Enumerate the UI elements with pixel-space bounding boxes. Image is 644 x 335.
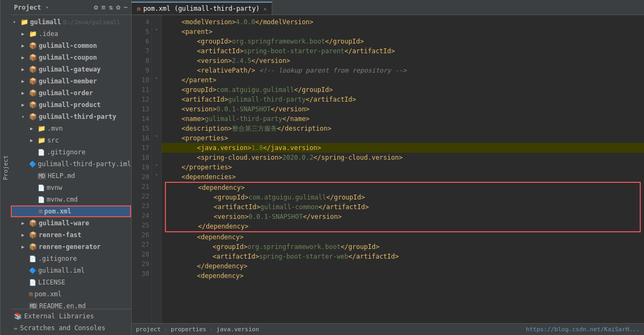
- tree-item-pom-root[interactable]: m pom.xml: [11, 288, 131, 300]
- code-line-9: <relativePath/> <!-- lookup parent from …: [166, 66, 640, 75]
- tree-label-mvnw-cmd: mvnw.cmd: [47, 196, 78, 203]
- code-line-28: <artifactId>spring-boot-starter-web</art…: [166, 252, 640, 261]
- sidebar: Project ▾ ⚙ ≡ ⇅ ⚙ − ▾ 📁 gulimall D:/Java…: [11, 0, 132, 335]
- tree-item-readme-en[interactable]: MD README.en.md: [11, 300, 131, 309]
- code-line-27: <groupId>org.springframework.boot</group…: [166, 242, 640, 252]
- sidebar-header-icons: ⚙ ≡ ⇅ ⚙ −: [94, 3, 128, 11]
- tree-item-renren-generator[interactable]: ▶ 📦 renren-generator: [11, 241, 131, 253]
- tree-label-common: gulimall-common: [39, 42, 97, 49]
- status-bar: project › properties › java.version http…: [132, 323, 644, 335]
- sidebar-icon-expand[interactable]: ⇅: [109, 3, 113, 11]
- tree-item-gulimall-iml[interactable]: 🔷 gulimall.iml: [11, 265, 131, 276]
- tree-item-order[interactable]: ▶ 📦 gulimall-order: [11, 87, 131, 99]
- code-line-30: <dependency>: [166, 271, 640, 281]
- fold-gutter: ▾ ▾ ▾ ▾ ▾: [152, 15, 162, 323]
- tree-item-coupon[interactable]: ▶ 📦 gulimall-coupon: [11, 52, 131, 63]
- tree-item-common[interactable]: ▶ 📦 gulimall-common: [11, 40, 131, 52]
- code-line-14: <name>gulimall-third-party</name>: [166, 114, 640, 124]
- tree-label-gitignore2: .gitignore: [47, 148, 85, 156]
- tree-item-gateway[interactable]: ▶ 📦 gulimall-gateway: [11, 63, 131, 75]
- tree-item-src[interactable]: ▶ 📁 src: [11, 134, 131, 146]
- breadcrumb-properties[interactable]: properties: [171, 326, 206, 333]
- code-line-12: <artifactId>gulimall-third-party</artifa…: [166, 95, 640, 104]
- tree-item-gitignore-root[interactable]: 📄 .gitignore: [11, 253, 131, 265]
- code-line-19: </properties>: [166, 162, 640, 172]
- tree-label-gitignore-root: .gitignore: [38, 255, 77, 262]
- tree-item-gitignore2[interactable]: 📄 .gitignore: [11, 146, 131, 158]
- sidebar-bottom: 📚 External Libraries ✏️ Scratches and Co…: [11, 309, 131, 335]
- code-line-16: <properties>: [166, 133, 640, 143]
- sidebar-icon-minimize[interactable]: −: [124, 3, 128, 11]
- tree-item-pom-selected[interactable]: m pom.xml: [11, 205, 131, 217]
- code-editor[interactable]: <modelVersion>4.0.0</modelVersion> <pare…: [162, 15, 644, 323]
- tree-label-src: src: [47, 137, 59, 144]
- status-url: https://blog.csdn.net/KaiSarH...: [526, 326, 640, 333]
- code-line-7: <artifactId>spring-boot-starter-parent</…: [166, 46, 640, 56]
- tree-item-mvnw[interactable]: 📄 mvnw: [11, 182, 131, 194]
- editor-tab-active[interactable]: m pom.xml (gulimall-third-party) ✕: [132, 2, 272, 15]
- external-libs-label: External Libraries: [24, 312, 94, 320]
- code-line-8: <version>2.4.5</version>: [166, 56, 640, 66]
- tree-label-mvn: .mvn: [47, 125, 63, 132]
- tree-item-iml[interactable]: 🔷 gulimall-third-party.iml: [11, 158, 131, 170]
- tree-item-idea[interactable]: ▶ 📁 .idea: [11, 28, 131, 40]
- tab-close-icon[interactable]: ✕: [263, 6, 266, 12]
- project-tab-label[interactable]: Project: [0, 0, 11, 335]
- tree-item-product[interactable]: ▶ 📦 gulimall-product: [11, 99, 131, 111]
- tree-label-order: gulimall-order: [39, 89, 93, 97]
- tree-label-mvnw: mvnw: [47, 184, 62, 191]
- code-line-26: <dependency>: [166, 232, 640, 242]
- tree-item-renren-fast[interactable]: ▶ 📦 renren-fast: [11, 229, 131, 241]
- code-line-11: <groupId>com.atguigu.gulimall</groupId>: [166, 85, 640, 95]
- external-libs-icon: 📚: [14, 312, 22, 320]
- tree-item-third-party[interactable]: ▾ 📦 gulimall-third-party: [11, 111, 131, 123]
- sidebar-title: Project: [14, 4, 41, 11]
- code-line-10: </parent>: [166, 75, 640, 85]
- tree-label-gateway: gulimall-gateway: [39, 66, 101, 73]
- code-line-17: <java.version>1.8</java.version>: [162, 143, 644, 153]
- sidebar-icon-list[interactable]: ≡: [102, 3, 106, 11]
- sidebar-item-external-libs[interactable]: 📚 External Libraries: [11, 310, 131, 322]
- tree-label-iml: gulimall-third-party.iml: [38, 160, 131, 168]
- tree-item-gulimall[interactable]: ▾ 📁 gulimall D:/Java/gulimall: [11, 16, 131, 28]
- code-line-18: <spring-cloud.version>2020.0.2</spring-c…: [166, 153, 640, 162]
- sidebar-icon-gear[interactable]: ⚙: [116, 3, 120, 11]
- tab-pom-icon: m: [137, 5, 141, 12]
- tree-label-gulimall: gulimall: [30, 18, 61, 26]
- tree-label-ware: gulimall-ware: [39, 219, 89, 227]
- tree-item-help[interactable]: MD HELP.md: [11, 170, 131, 182]
- tree-label-coupon: gulimall-coupon: [39, 54, 97, 61]
- tree-label-pom-root: pom.xml: [34, 290, 62, 298]
- code-line-24: <version>0.0.1-SNAPSHOT</version>: [166, 212, 640, 222]
- code-box-group: <dependency> <groupId>com.atguigu.gulima…: [165, 182, 641, 232]
- code-line-13: <version>0.0.1-SNAPSHOT</version>: [166, 104, 640, 114]
- tree-item-license[interactable]: 📄 LICENSE: [11, 276, 131, 288]
- code-line-6: <groupId>org.springframework.boot</group…: [166, 37, 640, 46]
- breadcrumb-sep1: ›: [164, 326, 168, 333]
- code-line-23: <artifactId>gulimall-common</artifactId>: [166, 202, 640, 212]
- sidebar-header: Project ▾ ⚙ ≡ ⇅ ⚙ −: [11, 0, 131, 15]
- tree-item-mvnw-cmd[interactable]: 📄 mvnw.cmd: [11, 194, 131, 205]
- sidebar-icon-settings[interactable]: ⚙: [94, 3, 98, 11]
- breadcrumb-java-version[interactable]: java.version: [216, 326, 259, 333]
- tree-item-member[interactable]: ▶ 📦 gulimall-member: [11, 75, 131, 87]
- editor-content: 4 5 6 7 8 9 10 11 12 13 14 15 16 17 18 1…: [132, 15, 644, 323]
- code-line-4: <modelVersion>4.0.0</modelVersion>: [166, 17, 640, 27]
- tree-label-license: LICENSE: [38, 279, 66, 286]
- breadcrumb-project[interactable]: project: [136, 326, 161, 333]
- code-line-22: <groupId>com.atguigu.gulimall</groupId>: [166, 193, 640, 202]
- tree-label-renren-fast: renren-fast: [39, 231, 81, 239]
- code-line-21: <dependency>: [166, 183, 640, 193]
- line-numbers: 4 5 6 7 8 9 10 11 12 13 14 15 16 17 18 1…: [132, 15, 152, 323]
- tab-bar: m pom.xml (gulimall-third-party) ✕: [132, 0, 644, 15]
- tree-item-ware[interactable]: ▶ 📦 gulimall-ware: [11, 217, 131, 229]
- editor-area: m pom.xml (gulimall-third-party) ✕ 4 5 6…: [132, 0, 644, 335]
- breadcrumb-sep2: ›: [209, 326, 213, 333]
- sidebar-item-scratches[interactable]: ✏️ Scratches and Consoles: [11, 322, 131, 334]
- tree-label-renren-generator: renren-generator: [39, 243, 101, 251]
- code-line-5: <parent>: [166, 27, 640, 37]
- code-line-25: </dependency>: [166, 222, 640, 231]
- tree-item-mvn[interactable]: ▶ 📁 .mvn: [11, 123, 131, 134]
- tree-label-gulimall-iml: gulimall.iml: [38, 267, 85, 274]
- scratches-icon: ✏️: [14, 324, 18, 332]
